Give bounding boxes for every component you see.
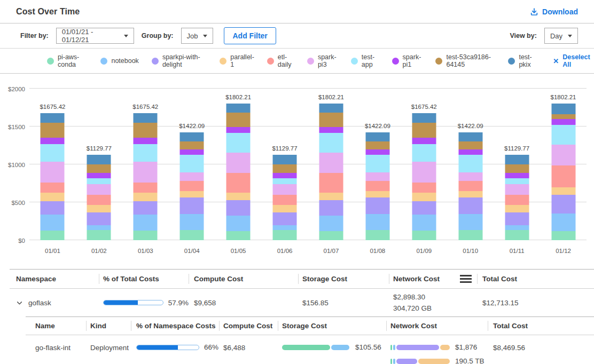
column-header-total[interactable]: Total Cost <box>477 270 594 288</box>
bar-segment-spark-pi3[interactable] <box>505 184 529 195</box>
bar-segment-test-app[interactable] <box>365 155 389 172</box>
bar-segment-sparkpi-with-delight[interactable] <box>551 195 575 214</box>
download-button[interactable]: Download <box>530 7 578 16</box>
deselect-all-button[interactable]: ✕ Deselect All <box>553 53 594 68</box>
bar-segment-spark-pi3[interactable] <box>134 162 158 183</box>
bar-segment-notebook[interactable] <box>365 214 389 230</box>
bar-segment-test-pkix[interactable] <box>458 132 482 141</box>
bar-segment-test-pkix[interactable] <box>41 113 65 122</box>
menu-icon[interactable] <box>460 273 472 285</box>
bar-segment-sparkpi-with-delight[interactable] <box>319 200 343 216</box>
bar-segment-spark-pi3[interactable] <box>226 153 251 173</box>
bar-segment-etl-daily[interactable] <box>505 195 529 205</box>
bar-segment-parallel-1[interactable] <box>551 187 575 195</box>
legend-item-sparkpi-with-delight[interactable]: sparkpi-with-delight <box>152 53 207 68</box>
bar-segment-pi-aws-conda[interactable] <box>273 230 297 240</box>
stacked-bar-01/12[interactable] <box>551 104 575 240</box>
stacked-bar-01/07[interactable] <box>319 104 343 240</box>
bar-segment-test-pkix[interactable] <box>412 113 436 122</box>
bar-segment-parallel-1[interactable] <box>273 205 297 212</box>
column-header-pct-total[interactable]: % of Total Costs <box>99 270 189 288</box>
bar-segment-spark-pi3[interactable] <box>365 172 389 181</box>
bar-segment-notebook[interactable] <box>458 214 482 230</box>
bar-segment-spark-pi1[interactable] <box>87 173 111 179</box>
bar-segment-etl-daily[interactable] <box>551 165 575 187</box>
bar-segment-test-app[interactable] <box>505 178 529 184</box>
bar-segment-parallel-1[interactable] <box>365 191 389 197</box>
bar-segment-parallel-1[interactable] <box>458 191 482 197</box>
stacked-bar-01/06[interactable] <box>273 155 297 240</box>
bar-segment-spark-pi3[interactable] <box>180 172 204 181</box>
column-header-kind[interactable]: Kind <box>86 317 131 335</box>
bar-segment-parallel-1[interactable] <box>226 193 251 200</box>
legend-item-spark-pi1[interactable]: spark-pi1 <box>392 53 423 68</box>
bar-segment-notebook[interactable] <box>505 225 529 230</box>
bar-segment-spark-pi1[interactable] <box>365 149 389 155</box>
column-header-compute[interactable]: Compute Cost <box>219 317 278 335</box>
stacked-bar-01/05[interactable] <box>226 104 251 240</box>
bar-segment-spark-pi1[interactable] <box>551 119 575 125</box>
bar-segment-test-pkix[interactable] <box>551 104 575 114</box>
bar-segment-test-pkix[interactable] <box>319 104 343 113</box>
bar-segment-test-app[interactable] <box>551 125 575 145</box>
stacked-bar-01/11[interactable] <box>505 155 529 240</box>
bar-segment-sparkpi-with-delight[interactable] <box>412 201 436 215</box>
bar-segment-spark-pi1[interactable] <box>412 138 436 144</box>
bar-segment-sparkpi-with-delight[interactable] <box>505 212 529 225</box>
bar-segment-test-53ca9186-64145[interactable] <box>505 164 529 173</box>
bar-segment-parallel-1[interactable] <box>412 193 436 201</box>
column-header-storage[interactable]: Storage Cost <box>278 317 386 335</box>
view-by-select[interactable]: Day <box>544 28 578 44</box>
bar-segment-test-53ca9186-64145[interactable] <box>319 113 343 127</box>
bar-segment-notebook[interactable] <box>412 215 436 231</box>
bar-segment-test-pkix[interactable] <box>226 104 251 113</box>
bar-segment-test-53ca9186-64145[interactable] <box>551 114 575 119</box>
chevron-down-icon[interactable] <box>16 299 23 306</box>
bar-segment-pi-aws-conda[interactable] <box>412 231 436 240</box>
legend-item-spark-pi3[interactable]: spark-pi3 <box>307 53 338 68</box>
bar-segment-notebook[interactable] <box>41 215 65 231</box>
bar-segment-sparkpi-with-delight[interactable] <box>273 212 297 225</box>
bar-segment-notebook[interactable] <box>226 216 251 231</box>
bar-segment-etl-daily[interactable] <box>180 181 204 191</box>
bar-segment-sparkpi-with-delight[interactable] <box>458 197 482 214</box>
stacked-bar-01/03[interactable] <box>134 113 158 240</box>
table-row[interactable]: go-flask-int Deployment 66% $6,488 $105.… <box>26 335 594 364</box>
bar-segment-etl-daily[interactable] <box>412 183 436 193</box>
bar-segment-test-53ca9186-64145[interactable] <box>41 123 65 138</box>
bar-segment-test-app[interactable] <box>41 144 65 162</box>
stacked-bar-01/04[interactable] <box>180 132 204 240</box>
bar-segment-etl-daily[interactable] <box>365 181 389 191</box>
stacked-bar-01/01[interactable] <box>41 113 65 240</box>
bar-segment-etl-daily[interactable] <box>273 195 297 205</box>
column-header-pct-namespace[interactable]: % of Namespace Costs <box>131 317 219 335</box>
bar-segment-sparkpi-with-delight[interactable] <box>180 197 204 214</box>
legend-item-parallel-1[interactable]: parallel-1 <box>220 53 254 68</box>
bar-segment-spark-pi3[interactable] <box>412 162 436 183</box>
bar-segment-pi-aws-conda[interactable] <box>551 231 575 240</box>
column-header-total[interactable]: Total Cost <box>488 317 594 335</box>
bar-segment-spark-pi3[interactable] <box>551 145 575 165</box>
bar-segment-spark-pi1[interactable] <box>458 149 482 155</box>
bar-segment-pi-aws-conda[interactable] <box>458 230 482 240</box>
bar-segment-notebook[interactable] <box>551 213 575 231</box>
namespace-cell[interactable]: goflask <box>10 299 99 307</box>
bar-segment-pi-aws-conda[interactable] <box>226 231 251 240</box>
bar-segment-pi-aws-conda[interactable] <box>134 231 158 240</box>
bar-segment-spark-pi3[interactable] <box>273 184 297 195</box>
bar-segment-test-app[interactable] <box>226 133 251 153</box>
bar-segment-test-app[interactable] <box>458 155 482 172</box>
bar-segment-spark-pi1[interactable] <box>226 127 251 133</box>
bar-segment-notebook[interactable] <box>319 216 343 231</box>
bar-segment-sparkpi-with-delight[interactable] <box>226 200 251 216</box>
bar-segment-parallel-1[interactable] <box>505 205 529 212</box>
bar-segment-parallel-1[interactable] <box>134 193 158 201</box>
bar-segment-test-pkix[interactable] <box>87 155 111 164</box>
bar-segment-test-app[interactable] <box>87 178 111 184</box>
bar-segment-parallel-1[interactable] <box>319 193 343 200</box>
bar-segment-spark-pi1[interactable] <box>273 173 297 179</box>
column-header-network[interactable]: Network Cost <box>386 317 488 335</box>
bar-segment-parallel-1[interactable] <box>87 205 111 212</box>
stacked-bar-01/09[interactable] <box>412 113 436 240</box>
bar-segment-spark-pi1[interactable] <box>319 127 343 133</box>
